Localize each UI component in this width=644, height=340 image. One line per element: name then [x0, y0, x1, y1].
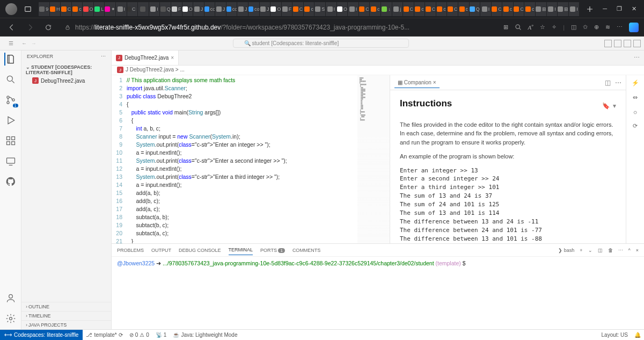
browser-tab[interactable]: ✦ [105, 2, 115, 16]
browser-tab[interactable]: ⊞ [536, 2, 546, 16]
code-editor[interactable]: 1// This application displays some math … [112, 75, 390, 243]
browser-tab[interactable]: H [50, 2, 61, 16]
address-bar[interactable]: https://literate-sniffle-x5wx9wg5x7w4fr5… [60, 20, 498, 34]
ports-indicator[interactable]: 📡 1 [152, 332, 170, 338]
close-tab-icon[interactable]: × [171, 55, 174, 61]
browser-tab[interactable]: J [215, 2, 226, 16]
browser-tab[interactable]: j [392, 2, 403, 16]
browser-tab[interactable]: C × [127, 2, 138, 16]
browser-tab[interactable]: C [447, 2, 458, 16]
editor-actions[interactable]: ⋯ [630, 50, 644, 65]
browser-tab[interactable]: F [171, 2, 182, 16]
maximize-panel-icon[interactable]: ^ [628, 248, 631, 253]
search-icon[interactable] [4, 73, 17, 86]
browser-tab[interactable]: c [502, 2, 513, 16]
close-button[interactable]: ✕ [632, 5, 636, 12]
browser-tab[interactable]: J [260, 2, 270, 16]
companion-tab[interactable]: ▦ Companion × [394, 77, 440, 88]
comments-tab[interactable]: COMMENTS [292, 245, 321, 255]
browser-tab[interactable]: S [314, 2, 325, 16]
browser-tab[interactable] [138, 2, 149, 16]
tab-overview-icon[interactable] [21, 3, 34, 16]
browser-tab[interactable]: C [492, 2, 502, 16]
terminal-dropdown-icon[interactable]: ⌄ [588, 248, 592, 253]
profile-avatar[interactable] [5, 3, 17, 15]
favorite-icon[interactable]: ☆ [540, 24, 545, 31]
expand-icon[interactable]: ▾ [613, 102, 616, 111]
browser-tab[interactable]: C [61, 2, 71, 16]
java-mode[interactable]: ☕ Java: Lightweight Mode [170, 332, 240, 338]
account-icon[interactable] [4, 292, 17, 305]
browser-tab[interactable]: 9 [39, 2, 49, 16]
browser-tab[interactable]: I [547, 2, 558, 16]
settings-icon[interactable] [4, 312, 17, 325]
browser-tab[interactable]: c [436, 2, 447, 16]
browser-tab[interactable]: C [514, 2, 524, 16]
browser-tab[interactable]: I [116, 2, 127, 16]
reader-icon[interactable]: A» [528, 24, 534, 31]
refresh-icon[interactable]: ⟳ [633, 122, 638, 129]
apps-icon[interactable]: ⊞ [503, 24, 508, 31]
browser-tab[interactable]: O [337, 2, 348, 16]
remote-indicator[interactable]: ⟷ Codespaces: literate-sniffle [0, 330, 83, 340]
split-icon[interactable]: ◫ [571, 24, 576, 31]
back-button[interactable] [5, 21, 18, 34]
browser-tab[interactable]: Q [160, 2, 171, 16]
browser-tab[interactable]: Q [470, 2, 480, 16]
extension-icon[interactable]: ✧ [552, 24, 557, 31]
bulb-icon[interactable]: ☼ [632, 108, 638, 115]
problems-indicator[interactable]: ⊘ 0 ⚠ 0 [126, 332, 152, 338]
github-icon[interactable] [4, 175, 17, 188]
browser-tab[interactable]: I [326, 2, 336, 16]
browser-tab[interactable]: O [83, 2, 93, 16]
nav-fwd-icon[interactable]: → [31, 40, 36, 46]
output-tab[interactable]: OUTPUT [151, 245, 171, 255]
panel-more-icon[interactable]: ⋯ [618, 248, 623, 253]
link-icon[interactable]: ⇔ [633, 94, 638, 101]
split-terminal-icon[interactable]: ◫ [598, 248, 603, 253]
browser-tab[interactable]: c [72, 2, 83, 16]
layout-controls[interactable] [601, 40, 644, 47]
problems-tab[interactable]: PROBLEMS [117, 245, 144, 255]
browser-tab[interactable]: ↓ [381, 2, 392, 16]
tree-file[interactable]: JDebugThree2.java [24, 76, 109, 85]
tree-root[interactable]: ⌄STUDENT [CODESPACES: LITERATE-SNIFFLE] [24, 63, 109, 76]
close-panel-icon[interactable]: × [636, 248, 639, 253]
browser-tab[interactable]: I [149, 2, 160, 16]
browser-tab[interactable]: I [480, 2, 491, 16]
kill-terminal-icon[interactable]: 🗑 [608, 248, 613, 253]
companion-split-icon[interactable]: ◫ [605, 79, 611, 86]
remote-explorer-icon[interactable] [4, 155, 17, 168]
nav-back-icon[interactable]: ← [21, 40, 27, 46]
run-debug-icon[interactable] [4, 114, 17, 127]
source-control-icon[interactable]: 1 [4, 93, 17, 106]
collections-icon[interactable]: ✩ [583, 24, 588, 31]
browser-tab[interactable]: co [226, 2, 237, 16]
ports-tab[interactable]: PORTS 1 [260, 245, 285, 255]
breadcrumb[interactable]: JJ DebugThree2.java > ... [112, 66, 644, 75]
browser-tab[interactable]: I [569, 2, 579, 16]
browser-tab[interactable]: J [193, 2, 204, 16]
terminal-tab[interactable]: TERMINAL [229, 245, 253, 255]
outline-section[interactable]: ›OUTLINE [21, 302, 111, 311]
command-center[interactable]: 🔍 student [Codespaces: literate-sniffle] [233, 39, 409, 48]
browser-tab[interactable]: C [359, 2, 370, 16]
debug-console-tab[interactable]: DEBUG CONSOLE [179, 245, 221, 255]
shell-label[interactable]: ❯ bash [558, 248, 574, 253]
refresh-button[interactable] [42, 21, 55, 34]
browser-tab[interactable]: C [403, 2, 414, 16]
menu-icon[interactable]: ☰ [0, 40, 21, 46]
minimap[interactable]: █████████████████ ████████ █ ███ ██████ … [357, 75, 390, 243]
browser-tab[interactable]: F [282, 2, 292, 16]
browser-tab[interactable]: J [237, 2, 248, 16]
zoom-icon[interactable] [515, 24, 522, 31]
explorer-more-icon[interactable]: ⋯ [101, 54, 106, 59]
layout-indicator[interactable]: Layout: US [598, 332, 631, 338]
branch-indicator[interactable]: ⎇ template* ⟳ [83, 332, 126, 338]
explorer-icon[interactable] [4, 53, 17, 66]
browser-tab[interactable]: c [304, 2, 314, 16]
browser-tab[interactable]: O [270, 2, 281, 16]
browser-tab[interactable]: co [248, 2, 259, 16]
feedback-icon[interactable]: 🔔 [631, 332, 644, 338]
browser-tab[interactable]: I [348, 2, 358, 16]
